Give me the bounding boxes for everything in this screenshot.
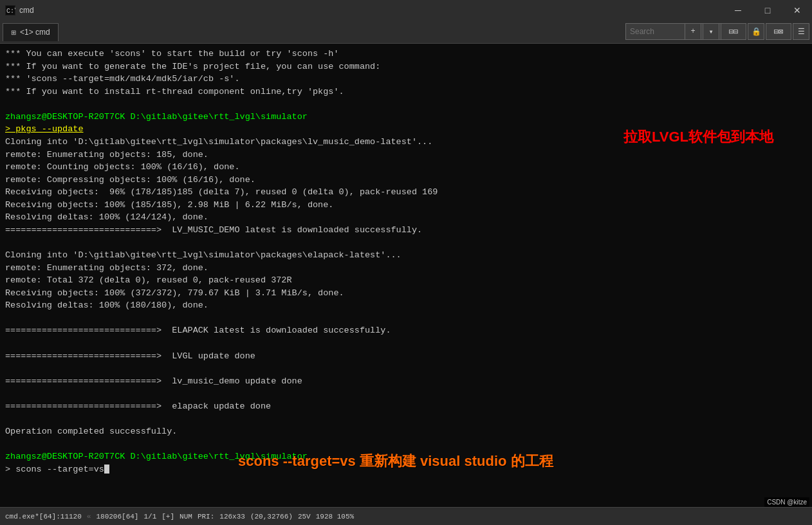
status-voltage: 25V bbox=[298, 513, 311, 520]
terminal-line: *** If you want to generate the IDE's pr… bbox=[5, 60, 807, 73]
status-pri: PRI: bbox=[198, 513, 214, 520]
status-exe: cmd.exe*[64]:11120 bbox=[5, 513, 82, 520]
terminal-line: Resolving deltas: 100% (124/124), done. bbox=[5, 211, 807, 224]
terminal-line bbox=[5, 412, 807, 425]
svg-text:C:\: C:\ bbox=[6, 8, 15, 15]
terminal-line bbox=[5, 438, 807, 450]
status-num: NUM bbox=[180, 513, 192, 520]
tab-label: <1> cmd bbox=[20, 28, 50, 37]
split-button[interactable]: ⊟⊠ bbox=[766, 23, 791, 40]
close-button[interactable]: ✕ bbox=[782, 0, 812, 21]
maximize-button[interactable]: □ bbox=[753, 0, 782, 21]
terminal-line bbox=[5, 387, 807, 400]
app-icon: C:\ bbox=[5, 5, 15, 15]
terminal-line bbox=[5, 312, 807, 325]
terminal-line: remote: Total 372 (delta 0), reused 0, p… bbox=[5, 274, 807, 287]
status-bar: cmd.exe*[64]:11120 « 180206[64] 1/1 [+] … bbox=[0, 507, 812, 525]
terminal-line: =============================> LVGL upda… bbox=[5, 350, 807, 363]
terminal-line: Receiving objects: 100% (372/372), 779.6… bbox=[5, 287, 807, 300]
minimize-icon: ─ bbox=[735, 5, 741, 15]
add-tab-button[interactable]: + bbox=[685, 23, 701, 40]
terminal-line: Operation completed successfully. bbox=[5, 425, 807, 438]
terminal-line: *** You can execute 'scons' to start the… bbox=[5, 48, 807, 60]
terminal-line: Cloning into 'D:\gitlab\gitee\rtt_lvgl\s… bbox=[5, 249, 807, 262]
terminal-line bbox=[5, 98, 807, 111]
terminal-line: remote: Compressing objects: 100% (16/16… bbox=[5, 174, 807, 187]
title-bar: C:\ cmd ─ □ ✕ bbox=[0, 0, 812, 21]
terminal-line bbox=[5, 362, 807, 375]
view-button[interactable]: ⊟⊟ bbox=[721, 23, 746, 40]
toolbar-buttons: + ▾ ⊟⊟ 🔒 ⊟⊠ ☰ bbox=[685, 23, 809, 40]
terminal-line: =============================> ELAPACK l… bbox=[5, 324, 807, 337]
annotation-scons: scons --target=vs 重新构建 visual studio 的工程 bbox=[238, 452, 553, 471]
window-controls: ─ □ ✕ bbox=[723, 0, 812, 21]
cursor bbox=[104, 465, 109, 474]
terminal-line bbox=[5, 236, 807, 249]
status-size: 126x33 bbox=[219, 513, 245, 520]
status-resolution: 1928 105% bbox=[316, 513, 354, 520]
terminal-line: =============================> LV_MUSIC_… bbox=[5, 224, 807, 237]
menu-button[interactable]: ☰ bbox=[793, 23, 809, 40]
terminal-line: Receiving objects: 96% (178/185)185 (del… bbox=[5, 186, 807, 199]
title-text: cmd bbox=[19, 6, 34, 15]
maximize-icon: □ bbox=[765, 5, 770, 15]
close-icon: ✕ bbox=[793, 5, 801, 15]
status-insert: [+] bbox=[161, 513, 174, 520]
status-position: 1/1 bbox=[143, 513, 156, 520]
status-coords: (20,32766) bbox=[250, 513, 293, 520]
terminal-line: remote: Counting objects: 100% (16/16), … bbox=[5, 161, 807, 174]
terminal[interactable]: *** You can execute 'scons' to start the… bbox=[0, 44, 812, 507]
terminal-line: =============================> elapack u… bbox=[5, 400, 807, 413]
terminal-line: Receiving objects: 100% (185/185), 2.98 … bbox=[5, 199, 807, 212]
tab-icon: ⊞ bbox=[11, 29, 16, 36]
terminal-line: *** If you want to install rt-thread com… bbox=[5, 86, 807, 98]
minimize-button[interactable]: ─ bbox=[723, 0, 753, 21]
terminal-line: Resolving deltas: 100% (180/180), done. bbox=[5, 299, 807, 312]
terminal-prompt: zhangsz@DESKTOP-R20T7CK D:\gitlab\gitee\… bbox=[5, 111, 807, 124]
terminal-line: =============================> lv_music_… bbox=[5, 375, 807, 388]
lock-button[interactable]: 🔒 bbox=[748, 23, 764, 40]
tab-cmd[interactable]: ⊞ <1> cmd bbox=[3, 23, 59, 41]
terminal-line: remote: Enumerating objects: 185, done. bbox=[5, 149, 807, 161]
watermark: CSDN @kitze bbox=[764, 497, 809, 507]
terminal-line: remote: Enumerating objects: 372, done. bbox=[5, 262, 807, 275]
terminal-line: *** 'scons --target=mdk/mdk4/mdk5/iar/cb… bbox=[5, 73, 807, 86]
tab-bar: ⊞ <1> cmd 🔍 + ▾ ⊟⊟ 🔒 ⊟⊠ ☰ bbox=[0, 21, 812, 44]
terminal-line bbox=[5, 337, 807, 350]
status-cols: 180206[64] bbox=[96, 513, 138, 520]
annotation-lvgl: 拉取LVGL软件包到本地 bbox=[623, 127, 773, 147]
dropdown-button[interactable]: ▾ bbox=[703, 23, 719, 40]
